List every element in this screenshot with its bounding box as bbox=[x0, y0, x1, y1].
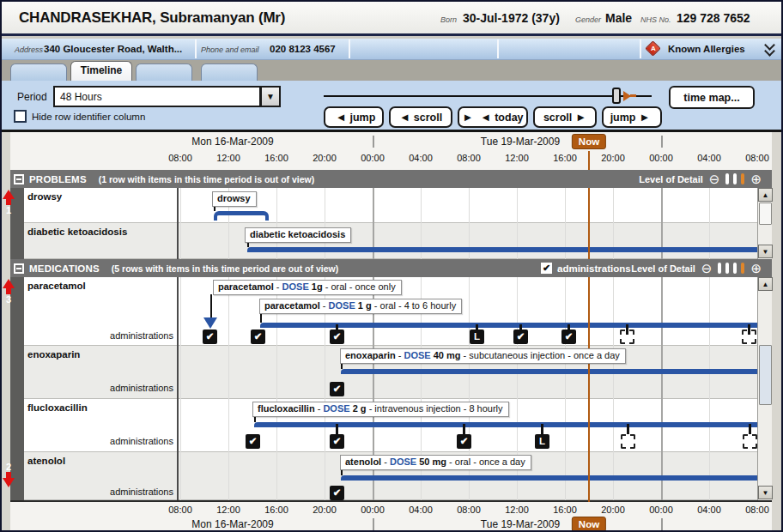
row-label-paracetamol[interactable]: paracetamol bbox=[27, 281, 86, 291]
administration-given-icon[interactable]: ✔ bbox=[246, 434, 260, 449]
scroll-left-button[interactable]: ◄scroll bbox=[389, 106, 452, 128]
administration-due-icon[interactable] bbox=[743, 434, 757, 449]
administration-given-icon[interactable]: ✔ bbox=[457, 434, 471, 449]
item-label-box[interactable]: paracetamol - DOSE 1g - oral - once only bbox=[213, 280, 402, 295]
item-label-text: 1g bbox=[312, 281, 323, 292]
tab-blank-3[interactable] bbox=[201, 63, 258, 81]
known-allergies-label[interactable]: Known Allergies bbox=[668, 44, 745, 54]
address-value: 340 Gloucester Road, Walth... bbox=[44, 44, 182, 54]
detail-level-bar-icon[interactable] bbox=[725, 263, 729, 274]
administration-late-icon[interactable]: L bbox=[470, 329, 484, 344]
administrations-row-label: administrations bbox=[88, 436, 173, 446]
scroll-right-button[interactable]: scroll► bbox=[533, 106, 597, 128]
scrollbar-thumb[interactable] bbox=[759, 345, 772, 405]
administration-given-icon[interactable]: ✔ bbox=[330, 486, 344, 500]
period-bar[interactable] bbox=[247, 247, 761, 252]
single-dose-marker[interactable] bbox=[203, 317, 217, 329]
time-tick-label: 12:00 bbox=[216, 505, 240, 515]
item-label-box[interactable]: enoxaparin - DOSE 40 mg - subcutaneous i… bbox=[340, 348, 626, 364]
period-select[interactable]: 48 Hours bbox=[53, 86, 261, 107]
detail-level-bar-icon[interactable] bbox=[733, 263, 737, 274]
item-label-box[interactable]: paracetamol - DOSE 1 g - oral - 4 to 6 h… bbox=[259, 299, 462, 314]
medications-overflow-down-arrow[interactable]: 2 bbox=[2, 462, 15, 487]
administration-due-icon[interactable] bbox=[742, 329, 756, 344]
row-label-enoxaparin[interactable]: enoxaparin bbox=[27, 349, 80, 360]
item-label-text: DOSE bbox=[323, 403, 349, 414]
period-bar[interactable] bbox=[341, 369, 761, 374]
overflow-count: 3 bbox=[2, 294, 15, 305]
now-badge: Now bbox=[572, 517, 606, 532]
administration-late-icon[interactable]: L bbox=[535, 434, 549, 449]
collapse-section-icon[interactable] bbox=[14, 174, 24, 184]
time-tick-label: 16:00 bbox=[553, 505, 577, 515]
administration-given-icon[interactable]: ✔ bbox=[251, 329, 265, 344]
today-button[interactable]: ►◄today bbox=[458, 106, 528, 128]
administration-given-icon[interactable]: ✔ bbox=[330, 329, 344, 344]
jump-right-button[interactable]: jump► bbox=[602, 106, 662, 128]
medications-overflow-up-arrow[interactable]: 3 bbox=[2, 279, 15, 305]
administration-tick bbox=[336, 424, 338, 434]
scrollbar-thumb[interactable] bbox=[759, 203, 772, 225]
administration-due-icon[interactable] bbox=[621, 434, 635, 449]
time-map-button[interactable]: time map... bbox=[669, 86, 755, 109]
row-label-atenolol[interactable]: atenolol bbox=[27, 456, 65, 466]
row-label-flucloxacillin[interactable]: flucloxacillin bbox=[27, 402, 88, 413]
administration-given-icon[interactable]: ✔ bbox=[561, 329, 576, 344]
item-label-box[interactable]: diabetic ketoacidosis bbox=[245, 227, 351, 243]
scroll-down-button[interactable]: ▼ bbox=[758, 245, 773, 258]
section-overflow-note: (1 row with items in this time period is… bbox=[99, 174, 314, 184]
detail-increase-icon[interactable]: ⊕ bbox=[750, 262, 762, 275]
period-bar[interactable] bbox=[254, 422, 761, 427]
item-label-box[interactable]: flucloxacillin - DOSE 2 g - intravenous … bbox=[252, 402, 509, 417]
scroll-up-button[interactable]: ▲ bbox=[758, 188, 773, 202]
tab-timeline[interactable]: Timeline bbox=[70, 61, 132, 81]
time-tick-label: 20:00 bbox=[601, 153, 625, 163]
detail-level-bar-icon[interactable] bbox=[718, 263, 721, 274]
arrow-icon: ► bbox=[640, 112, 651, 123]
detail-level-bar-icon[interactable] bbox=[733, 173, 737, 184]
tab-blank-0[interactable] bbox=[10, 63, 67, 81]
row-label-drowsy[interactable]: drowsy bbox=[27, 191, 62, 202]
slider-handle[interactable] bbox=[612, 88, 621, 104]
detail-level-bar-icon[interactable] bbox=[725, 173, 729, 184]
administration-given-icon[interactable]: ✔ bbox=[513, 329, 528, 344]
collapse-section-icon[interactable] bbox=[14, 263, 24, 274]
administration-given-icon[interactable]: ✔ bbox=[203, 329, 217, 344]
detail-level-bar-icon[interactable] bbox=[741, 173, 744, 184]
jump-left-button[interactable]: ◄jump bbox=[324, 106, 384, 128]
period-dropdown-arrow[interactable]: ▼ bbox=[260, 86, 281, 107]
period-label: Period bbox=[17, 91, 47, 103]
administration-given-icon[interactable]: ✔ bbox=[330, 434, 344, 449]
time-tick-label: 08:00 bbox=[168, 153, 192, 163]
problems-overflow-up-arrow[interactable]: 1 bbox=[2, 190, 15, 215]
now-badge: Now bbox=[572, 134, 606, 149]
row-label-diabetic-ketoacidosis[interactable]: diabetic ketoacidosis bbox=[27, 227, 127, 237]
detail-increase-icon[interactable]: ⊕ bbox=[750, 172, 762, 185]
overflow-count: 2 bbox=[2, 462, 15, 472]
item-label-box[interactable]: drowsy bbox=[212, 191, 257, 207]
hide-row-identifier-checkbox[interactable] bbox=[14, 110, 27, 123]
item-label-text: DOSE bbox=[282, 281, 309, 292]
tab-blank-2[interactable] bbox=[136, 63, 192, 81]
slider-track bbox=[324, 95, 652, 97]
event-bracket[interactable] bbox=[214, 211, 269, 221]
time-tick-label: 04:00 bbox=[697, 153, 721, 163]
item-label-box[interactable]: atenolol - DOSE 50 mg - oral - once a da… bbox=[340, 455, 531, 470]
period-bar[interactable] bbox=[341, 475, 761, 481]
detail-decrease-icon[interactable]: ⊖ bbox=[709, 172, 720, 185]
administration-given-icon[interactable]: ✔ bbox=[330, 382, 344, 396]
administrations-checkbox[interactable]: ✔ bbox=[541, 263, 552, 274]
administration-due-icon[interactable] bbox=[620, 329, 634, 344]
row-drowsy bbox=[24, 188, 757, 223]
item-leader-line bbox=[260, 313, 262, 323]
demographics-bar: Address 340 Gloucester Road, Walth... Ph… bbox=[2, 39, 781, 60]
medications-section-header: MEDICATIONS (5 rows with items in this t… bbox=[10, 259, 772, 277]
overflow-count: 1 bbox=[2, 205, 15, 215]
identifier-column-separator bbox=[177, 277, 179, 500]
time-tick-label: 04:00 bbox=[409, 505, 433, 515]
scroll-up-button[interactable]: ▲ bbox=[758, 277, 773, 291]
detail-level-bar-icon[interactable] bbox=[741, 263, 744, 274]
scroll-down-button[interactable]: ▼ bbox=[758, 486, 773, 499]
detail-decrease-icon[interactable]: ⊖ bbox=[701, 262, 713, 275]
item-label-text: - oral - 4 to 6 hourly bbox=[372, 300, 456, 311]
